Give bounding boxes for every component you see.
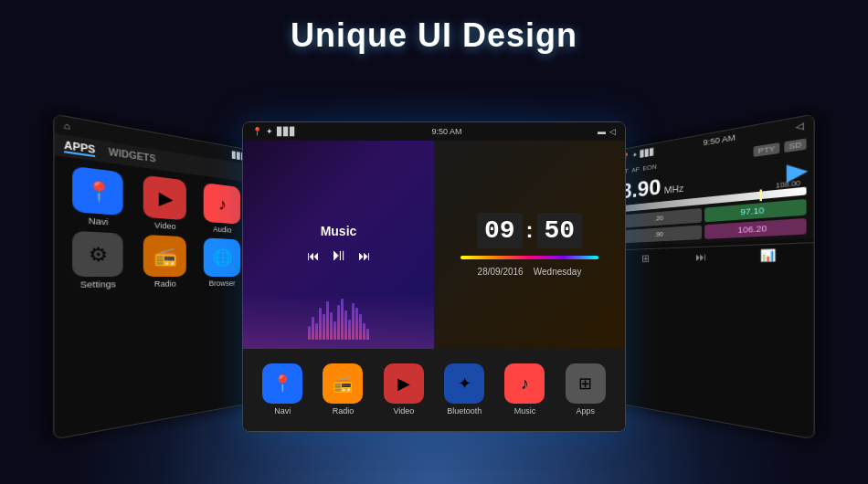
radio-label: Radio [154,279,176,288]
center-time: 9:50 AM [431,127,461,136]
center-screen: 📍 ✦ ▊▊▊ 9:50 AM ▬ ◁ Music ⏮ ⏯ ⏭ [242,121,626,432]
dock-apps-icon: ⊞ [566,363,606,404]
right-bt-icon: ✦ [632,150,638,158]
app-settings[interactable]: ⚙ Settings [64,230,130,289]
center-status-bar: 📍 ✦ ▊▊▊ 9:50 AM ▬ ◁ [243,122,625,141]
page-title: Unique UI Design [0,16,868,55]
clock-minutes: 50 [537,213,583,248]
color-accent-bar [460,256,598,259]
radio-icon: 📻 [143,234,186,276]
clock-separator: : [526,217,534,243]
dock-music-label: Music [514,406,536,416]
apps-tab[interactable]: APPS [64,139,95,156]
clock-display: 09 : 50 [477,213,582,248]
dock-music[interactable]: ♪ Music [504,363,545,416]
skip-icon[interactable]: ⏭ [694,250,705,263]
date-display: 28/09/2016 Wednesday [478,267,582,277]
right-back[interactable]: ◁ [796,120,804,132]
back-icon[interactable]: ◁ [609,127,616,136]
app-navi[interactable]: 📍 Navi [64,164,130,227]
keypad-icon[interactable]: ⊞ [641,252,650,264]
frequency-value: 8.90 [620,174,661,204]
dock-video-icon: ▶ [384,363,424,404]
right-signal: ▊▊▊ [640,147,654,157]
dock-radio-label: Radio [333,406,355,416]
bluetooth-icon: ✦ [266,127,273,136]
settings-icon: ⚙ [72,230,123,276]
dock-apps[interactable]: ⊞ Apps [566,363,606,416]
music-player: Music ⏮ ⏯ ⏭ [243,141,434,349]
clock-section: 09 : 50 28/09/2016 Wednesday [434,141,625,349]
video-icon: ▶ [143,174,186,220]
frequency-unit: MHz [664,183,683,195]
center-main: Music ⏮ ⏯ ⏭ [243,141,625,349]
prev-button[interactable]: ⏮ [307,248,320,263]
mode-af: AF [631,165,640,174]
playpause-button[interactable]: ⏯ [331,246,347,265]
app-radio[interactable]: 📻 Radio [136,234,192,289]
signal-bars: ▊▊▊ [277,127,296,136]
dock-navi-label: Navi [274,406,291,416]
left-screen: ⌂ ▊▊▊ APPS WIDGETS 📍 Navi ▶ Video ♪ [53,113,252,439]
dock-video[interactable]: ▶ Video [384,363,424,416]
navi-icon: 📍 [72,165,123,215]
mode-eon: EON [643,163,657,173]
screens-wrapper: ⌂ ▊▊▊ APPS WIDGETS 📍 Navi ▶ Video ♪ [0,87,868,466]
preset-freq-1: .20 [654,214,663,222]
browser-label: Browser [209,279,236,287]
app-browser[interactable]: 🌐 Browser [197,237,246,287]
battery-icon: ▬ [598,127,606,136]
dock-video-label: Video [393,406,414,416]
dock-navi-icon: 📍 [262,363,302,404]
dock-radio-icon: 📻 [323,363,363,404]
date-value: 28/09/2016 [478,267,524,277]
sd-badge: SD [784,138,806,153]
music-controls: ⏮ ⏯ ⏭ [307,246,371,265]
next-button[interactable]: ⏭ [358,248,371,263]
preset-97-value: 97.10 [740,205,764,216]
day-value: Wednesday [534,267,582,277]
preset-106-value: 106.20 [737,223,767,234]
right-time: 9:50 AM [704,132,736,147]
settings-label: Settings [80,279,116,289]
right-screen: 📍 ✦ ▊▊▊ 9:50 AM ◁ ST AF EON PTY SD [616,113,815,439]
dock-bluetooth-label: Bluetooth [447,406,482,416]
dock-navi[interactable]: 📍 Navi [262,363,302,416]
location-icon: 📍 [252,127,262,136]
bottom-dock: 📍 Navi 📻 Radio ▶ Video ✦ Bluetooth ♪ Mus… [243,349,625,431]
music-waveform [243,294,434,340]
pty-badge: PTY [754,142,779,157]
radio-bottom-controls: ⊞ ⏭ 📊 [617,242,814,268]
clock-hours: 09 [477,213,523,248]
equalizer-icon[interactable]: 📊 [759,248,776,262]
preset-freq-2: .90 [654,230,663,238]
dock-bluetooth-icon: ✦ [444,363,484,404]
dock-apps-label: Apps [577,406,596,416]
dock-radio[interactable]: 📻 Radio [323,363,363,416]
audio-label: Audio [213,225,231,234]
music-title: Music [321,224,357,238]
widgets-tab[interactable]: WIDGETS [109,146,156,165]
app-video[interactable]: ▶ Video [136,174,192,231]
app-audio[interactable]: ♪ Audio [197,182,246,235]
browser-icon: 🌐 [204,237,240,277]
frequency-display: 8.90 MHz [620,170,683,204]
home-icon: ⌂ [64,120,70,131]
dock-music-icon: ♪ [504,363,545,404]
preset-left-bottom: .90 [620,225,701,243]
audio-icon: ♪ [204,182,240,224]
right-status-icons: 📍 ✦ ▊▊▊ [622,147,654,160]
dock-bluetooth[interactable]: ✦ Bluetooth [444,363,484,416]
navi-label: Navi [89,216,109,226]
video-label: Video [154,220,175,230]
